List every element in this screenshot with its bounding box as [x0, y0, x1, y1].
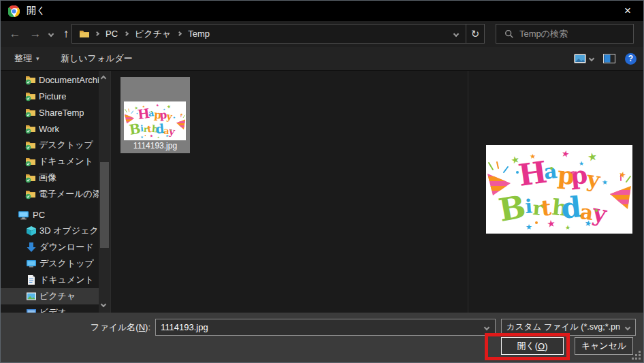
- open-button-label: ): [545, 341, 547, 351]
- back-button[interactable]: ←: [6, 21, 24, 47]
- filename-access-key: N: [139, 322, 145, 332]
- open-button[interactable]: 開く(O): [501, 337, 564, 355]
- refresh-button[interactable]: ↻: [466, 25, 484, 43]
- filename-label-text: ファイル名(: [91, 322, 139, 332]
- sidebar-item-label: PC: [33, 210, 45, 220]
- sidebar-item-desktop[interactable]: デスクトップ: [1, 255, 99, 272]
- preview-pane: [468, 71, 644, 313]
- downloads-icon: [26, 242, 37, 253]
- sidebar-item-documents[interactable]: ドキュメント: [1, 272, 99, 288]
- sidebar-item-label: Picture: [39, 91, 66, 101]
- search-box: [496, 24, 634, 44]
- chevron-down-icon: [589, 56, 594, 61]
- filetype-dropdown-button[interactable]: [620, 326, 635, 330]
- scrollbar-thumb[interactable]: [100, 162, 109, 248]
- chevron-down-icon: [48, 31, 54, 37]
- dialog-body: DocumentArchiv Picture ShareTemp Work デス…: [1, 71, 643, 313]
- address-dropdown-button[interactable]: [447, 25, 466, 43]
- sidebar-item-label: 3D オブジェクト: [39, 225, 99, 237]
- breadcrumb-temp[interactable]: Temp: [184, 27, 214, 41]
- search-icon: [504, 29, 514, 39]
- folder-synced-icon: [25, 140, 36, 151]
- file-name-label: 1114193.jpg: [120, 141, 190, 151]
- file-item-1114193[interactable]: 1114193.jpg: [120, 77, 190, 153]
- back-icon: ←: [10, 27, 21, 41]
- open-button-label: 開く(: [517, 340, 538, 352]
- sidebar-item-downloads[interactable]: ダウンロード: [1, 239, 99, 255]
- sidebar-item-images[interactable]: 画像: [1, 170, 99, 186]
- desktop-icon: [26, 258, 37, 269]
- folder-synced-icon: [25, 189, 36, 200]
- dialog-footer: ファイル名(N): カスタム ファイル (*.svg;*.png;*.bm 開く…: [1, 313, 643, 362]
- folder-synced-icon: [25, 172, 36, 183]
- titlebar: 開く ×: [1, 1, 643, 21]
- sidebar-item-label: ビデオ: [39, 306, 67, 313]
- folder-synced-icon: [25, 156, 36, 167]
- sidebar-item-documentarchive[interactable]: DocumentArchiv: [1, 72, 99, 88]
- filename-combo: [155, 319, 496, 336]
- sidebar-item-label: ドキュメント: [39, 155, 93, 168]
- scroll-up-icon[interactable]: [101, 76, 106, 81]
- sidebar-item-label: ダウンロード: [39, 241, 94, 253]
- chevron-down-icon: [484, 324, 489, 330]
- sidebar-item-label: 画像: [39, 172, 57, 184]
- folder-synced-icon: [25, 91, 36, 101]
- command-toolbar: 整理 ▾ 新しいフォルダー ?: [1, 47, 643, 71]
- recent-locations-button[interactable]: [44, 21, 58, 47]
- resize-grip[interactable]: [632, 351, 641, 360]
- divider: [110, 71, 111, 313]
- sidebar-item-desktop-onedrive[interactable]: デスクトップ: [1, 137, 99, 153]
- breadcrumb: PC ピクチャ Temp: [72, 26, 447, 42]
- organize-button[interactable]: 整理 ▾: [14, 47, 39, 70]
- sidebar-scrollbar[interactable]: [99, 71, 110, 313]
- preview-pane-icon[interactable]: [603, 54, 615, 63]
- sidebar-item-label: Work: [39, 124, 59, 134]
- sidebar-item-sharetemp[interactable]: ShareTemp: [1, 104, 99, 121]
- cancel-button[interactable]: キャンセル: [575, 337, 633, 355]
- sidebar-item-label: ドキュメント: [39, 274, 94, 286]
- new-folder-button[interactable]: 新しいフォルダー: [61, 47, 133, 70]
- chevron-down-icon: [625, 324, 630, 330]
- folder-synced-icon: [25, 74, 36, 85]
- address-bar[interactable]: PC ピクチャ Temp ↻: [71, 24, 485, 44]
- sidebar-item-label: デスクトップ: [39, 139, 93, 151]
- sidebar-item-picture[interactable]: Picture: [1, 88, 99, 104]
- breadcrumb-separator-icon: [124, 31, 129, 36]
- filename-label-text: ):: [145, 322, 150, 332]
- chevron-down-icon: [453, 31, 459, 36]
- breadcrumb-pc[interactable]: PC: [101, 27, 122, 41]
- help-icon: ?: [628, 54, 633, 63]
- open-file-dialog: 開く × ← → ↑ PC ピクチャ Temp: [0, 0, 644, 363]
- open-access-key: O: [538, 341, 545, 351]
- cancel-button-label: キャンセル: [581, 340, 627, 352]
- scroll-down-icon[interactable]: [101, 302, 106, 307]
- search-input[interactable]: [519, 29, 622, 39]
- refresh-icon: ↻: [471, 28, 480, 40]
- window-title: 開く: [27, 5, 46, 17]
- sidebar-item-videos[interactable]: ビデオ: [1, 304, 99, 313]
- pc-icon: [18, 209, 29, 221]
- filename-input[interactable]: [156, 322, 479, 332]
- sidebar-item-work[interactable]: Work: [1, 121, 99, 137]
- folder-icon: [79, 29, 90, 40]
- sidebar-item-label: 電子メールの添付フ: [39, 188, 99, 200]
- sidebar-item-email-attachments[interactable]: 電子メールの添付フ: [1, 186, 99, 202]
- forward-icon: →: [30, 27, 42, 41]
- filename-label: ファイル名(N):: [1, 321, 150, 334]
- videos-icon: [26, 307, 37, 313]
- breadcrumb-separator-icon: [177, 31, 182, 36]
- navigation-bar: ← → ↑ PC ピクチャ Temp: [1, 21, 643, 47]
- breadcrumb-pictures[interactable]: ピクチャ: [131, 26, 175, 42]
- help-button[interactable]: ?: [625, 53, 637, 65]
- sidebar-item-pictures[interactable]: ピクチャ: [1, 288, 99, 304]
- sidebar-item-documents-onedrive[interactable]: ドキュメント: [1, 153, 99, 170]
- sidebar-item-pc[interactable]: PC: [1, 206, 99, 223]
- sidebar-item-3d-objects[interactable]: 3D オブジェクト: [1, 223, 99, 239]
- view-mode-button[interactable]: [574, 54, 594, 63]
- close-button[interactable]: ×: [612, 1, 643, 21]
- sidebar-item-label: ShareTemp: [39, 108, 84, 118]
- file-thumbnail: [124, 101, 186, 140]
- breadcrumb-separator-icon: [95, 31, 99, 36]
- forward-button[interactable]: →: [27, 21, 44, 47]
- preview-image: [486, 145, 632, 234]
